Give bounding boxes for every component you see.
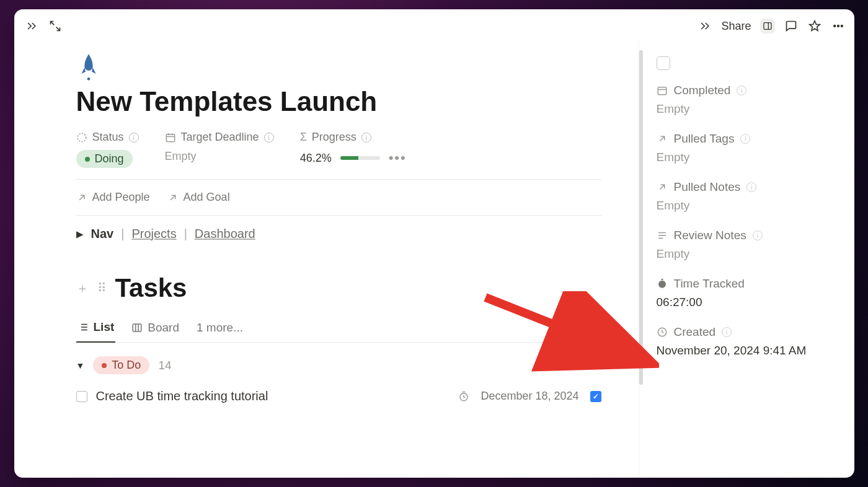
sp-label: Created (674, 325, 716, 339)
drag-handle-icon[interactable]: ⠿ (97, 281, 107, 296)
info-icon[interactable]: i (737, 86, 746, 95)
clock-icon (657, 327, 668, 338)
prop-deadline-label: Target Deadline (181, 131, 259, 144)
svg-point-3 (841, 25, 843, 27)
task-checked-icon[interactable]: ✓ (590, 391, 601, 402)
sp-label: Time Tracked (674, 277, 745, 291)
svg-rect-6 (166, 134, 175, 141)
tab-more[interactable]: 1 more... (195, 321, 244, 342)
page-title[interactable]: New Templates Launch (76, 86, 601, 117)
share-button[interactable]: Share (721, 20, 751, 33)
scrollbar[interactable] (639, 50, 643, 385)
prop-status-label: Status (92, 131, 124, 144)
history-expand-icon[interactable] (698, 19, 712, 33)
collapse-sidebar-icon[interactable] (24, 19, 39, 33)
sp-label: Review Notes (674, 229, 746, 242)
add-block-icon[interactable]: ＋ (76, 280, 89, 297)
sp-value[interactable]: Empty (657, 199, 841, 213)
info-icon[interactable]: i (753, 230, 763, 240)
add-goal-button[interactable]: Add Goal (167, 191, 230, 204)
info-icon[interactable]: i (129, 133, 139, 143)
task-title[interactable]: Create UB time tracking tutorial (96, 389, 268, 403)
expand-icon[interactable] (48, 19, 63, 33)
sp-label: Pulled Notes (674, 180, 741, 194)
svg-point-4 (87, 77, 90, 81)
task-checkbox[interactable] (76, 391, 87, 402)
board-icon (131, 322, 143, 333)
text-icon (657, 230, 668, 241)
page-checkbox[interactable] (657, 56, 670, 70)
topbar-right: Share (698, 19, 845, 33)
main-column: New Templates Launch Status i Doing Targ… (14, 40, 639, 478)
svg-rect-0 (764, 23, 771, 30)
relation-icon (657, 133, 668, 144)
action-links: Add People Add Goal (76, 191, 601, 204)
timer-icon (458, 391, 469, 402)
group-toggle-icon[interactable]: ▼ (76, 361, 85, 371)
group-pill[interactable]: To Do (93, 356, 149, 374)
topbar-left (24, 19, 63, 33)
prop-progress: Σ Progress i 46.2% ••• (300, 131, 407, 166)
stopwatch-icon (657, 278, 668, 289)
calendar-icon (165, 132, 176, 143)
sp-review-notes[interactable]: Review Notes i Empty (657, 229, 841, 261)
add-people-button[interactable]: Add People (76, 191, 150, 204)
tasks-heading[interactable]: Tasks (115, 273, 187, 303)
svg-point-10 (658, 281, 666, 288)
calendar-icon (657, 85, 668, 96)
prop-status: Status i Doing (76, 131, 139, 168)
task-group-header[interactable]: ▼ To Do 14 (76, 356, 601, 374)
group-count: 14 (158, 359, 171, 372)
sp-value[interactable]: 06:27:00 (657, 296, 841, 309)
sp-value[interactable]: Empty (657, 151, 841, 164)
svg-point-5 (78, 133, 86, 142)
favorite-star-icon[interactable] (807, 19, 822, 33)
info-icon[interactable]: i (361, 133, 371, 143)
nav-toggle-row: ▶ Nav | Projects | Dashboard (76, 227, 601, 241)
progress-value-row: 46.2% ••• (300, 150, 407, 166)
status-pill[interactable]: Doing (76, 150, 133, 168)
list-icon (78, 322, 89, 333)
info-icon[interactable]: i (740, 134, 750, 144)
arrow-icon (76, 192, 87, 203)
arrow-icon (167, 192, 179, 203)
view-tabs: List Board 1 more... (76, 320, 601, 343)
sp-completed[interactable]: Completed i Empty (657, 84, 841, 116)
more-menu-icon[interactable] (831, 19, 846, 33)
sp-value[interactable]: Empty (657, 102, 841, 116)
sp-value[interactable]: November 20, 2024 9:41 AM (657, 344, 841, 358)
sp-created[interactable]: Created i November 20, 2024 9:41 AM (657, 325, 841, 358)
deadline-value[interactable]: Empty (165, 150, 274, 163)
info-icon[interactable]: i (746, 182, 756, 192)
tab-board[interactable]: Board (130, 321, 180, 342)
progress-percent: 46.2% (300, 152, 332, 165)
task-date: December 18, 2024 (480, 390, 578, 403)
panel-toggle-icon[interactable] (760, 19, 775, 33)
topbar: Share (14, 9, 854, 40)
prop-progress-label: Progress (312, 131, 356, 144)
nav-link-dashboard[interactable]: Dashboard (195, 227, 255, 241)
nav-toggle-icon[interactable]: ▶ (76, 229, 84, 240)
svg-rect-11 (661, 279, 663, 280)
task-meta: December 18, 2024 ✓ (458, 390, 601, 403)
properties-row: Status i Doing Target Deadline i Empty (76, 131, 601, 168)
comments-icon[interactable] (784, 19, 799, 33)
nav-link-projects[interactable]: Projects (131, 227, 176, 241)
info-icon[interactable]: i (722, 327, 732, 337)
progress-more-icon[interactable]: ••• (389, 150, 407, 166)
page-icon[interactable] (76, 53, 601, 85)
nav-label: Nav (91, 227, 114, 241)
divider (76, 179, 601, 180)
task-row[interactable]: Create UB time tracking tutorial Decembe… (76, 389, 601, 403)
sp-pulled-tags[interactable]: Pulled Tags i Empty (657, 132, 841, 164)
info-icon[interactable]: i (264, 133, 274, 143)
sp-label: Completed (674, 84, 731, 97)
sp-value[interactable]: Empty (657, 247, 841, 261)
side-panel: Completed i Empty Pulled Tags i Empty Pu… (639, 40, 854, 478)
divider (76, 215, 601, 216)
sp-pulled-notes[interactable]: Pulled Notes i Empty (657, 180, 841, 213)
tab-list[interactable]: List (76, 320, 116, 343)
svg-rect-9 (658, 87, 666, 95)
sp-time-tracked[interactable]: Time Tracked 06:27:00 (657, 277, 841, 309)
svg-rect-7 (133, 324, 142, 331)
